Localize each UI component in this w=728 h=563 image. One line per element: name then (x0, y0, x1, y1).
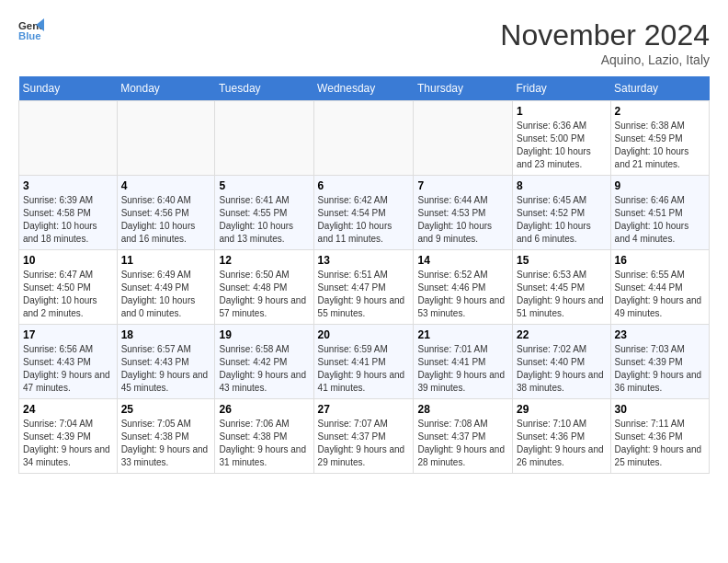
day-number: 11 (121, 254, 211, 267)
day-info: Sunrise: 6:58 AM Sunset: 4:42 PM Dayligh… (219, 343, 309, 395)
day-cell: 30Sunrise: 7:11 AM Sunset: 4:36 PM Dayli… (610, 399, 709, 474)
day-cell: 2Sunrise: 6:38 AM Sunset: 4:59 PM Daylig… (610, 101, 709, 176)
day-number: 24 (23, 403, 113, 416)
day-cell: 23Sunrise: 7:03 AM Sunset: 4:39 PM Dayli… (610, 325, 709, 399)
day-number: 23 (615, 328, 705, 341)
page: General Blue November 2024 Aquino, Lazio… (0, 0, 728, 483)
logo: General Blue (18, 18, 44, 44)
col-sunday: Sunday (19, 76, 118, 101)
day-number: 25 (121, 403, 211, 416)
day-cell: 22Sunrise: 7:02 AM Sunset: 4:40 PM Dayli… (513, 325, 611, 399)
col-wednesday: Wednesday (313, 76, 414, 101)
day-cell: 21Sunrise: 7:01 AM Sunset: 4:41 PM Dayli… (414, 325, 513, 399)
day-cell: 11Sunrise: 6:49 AM Sunset: 4:49 PM Dayli… (117, 250, 215, 325)
day-cell: 19Sunrise: 6:58 AM Sunset: 4:42 PM Dayli… (215, 325, 313, 399)
day-info: Sunrise: 6:53 AM Sunset: 4:45 PM Dayligh… (517, 269, 607, 320)
day-cell: 24Sunrise: 7:04 AM Sunset: 4:39 PM Dayli… (19, 399, 118, 474)
col-thursday: Thursday (414, 76, 513, 101)
day-info: Sunrise: 6:44 AM Sunset: 4:53 PM Dayligh… (417, 194, 508, 246)
day-cell: 3Sunrise: 6:39 AM Sunset: 4:58 PM Daylig… (19, 176, 118, 250)
day-info: Sunrise: 7:03 AM Sunset: 4:39 PM Dayligh… (615, 343, 705, 395)
day-info: Sunrise: 6:47 AM Sunset: 4:50 PM Dayligh… (23, 269, 113, 320)
week-row-1: 1Sunrise: 6:36 AM Sunset: 5:00 PM Daylig… (19, 101, 710, 176)
col-tuesday: Tuesday (215, 76, 313, 101)
day-number: 14 (417, 254, 508, 267)
day-number: 12 (219, 254, 309, 267)
day-info: Sunrise: 6:39 AM Sunset: 4:58 PM Dayligh… (23, 194, 113, 246)
day-info: Sunrise: 7:05 AM Sunset: 4:38 PM Dayligh… (121, 418, 211, 469)
day-cell (19, 101, 118, 176)
day-cell (117, 101, 215, 176)
day-cell: 12Sunrise: 6:50 AM Sunset: 4:48 PM Dayli… (215, 250, 313, 325)
day-info: Sunrise: 7:06 AM Sunset: 4:38 PM Dayligh… (219, 418, 309, 469)
header-row: Sunday Monday Tuesday Wednesday Thursday… (19, 76, 710, 101)
day-cell: 27Sunrise: 7:07 AM Sunset: 4:37 PM Dayli… (313, 399, 414, 474)
day-number: 15 (517, 254, 607, 267)
day-info: Sunrise: 6:46 AM Sunset: 4:51 PM Dayligh… (615, 194, 705, 246)
day-info: Sunrise: 6:42 AM Sunset: 4:54 PM Dayligh… (318, 194, 410, 246)
day-number: 20 (318, 328, 410, 341)
day-info: Sunrise: 6:59 AM Sunset: 4:41 PM Dayligh… (318, 343, 410, 395)
day-info: Sunrise: 7:04 AM Sunset: 4:39 PM Dayligh… (23, 418, 113, 469)
day-number: 8 (517, 179, 607, 192)
day-number: 5 (219, 179, 309, 192)
day-info: Sunrise: 7:02 AM Sunset: 4:40 PM Dayligh… (517, 343, 607, 395)
day-info: Sunrise: 6:55 AM Sunset: 4:44 PM Dayligh… (615, 269, 705, 320)
day-cell: 13Sunrise: 6:51 AM Sunset: 4:47 PM Dayli… (313, 250, 414, 325)
day-info: Sunrise: 6:49 AM Sunset: 4:49 PM Dayligh… (121, 269, 211, 320)
week-row-4: 17Sunrise: 6:56 AM Sunset: 4:43 PM Dayli… (19, 325, 710, 399)
day-cell: 5Sunrise: 6:41 AM Sunset: 4:55 PM Daylig… (215, 176, 313, 250)
svg-text:Blue: Blue (18, 30, 41, 41)
day-number: 22 (517, 328, 607, 341)
day-cell: 16Sunrise: 6:55 AM Sunset: 4:44 PM Dayli… (610, 250, 709, 325)
day-cell: 6Sunrise: 6:42 AM Sunset: 4:54 PM Daylig… (313, 176, 414, 250)
day-cell: 28Sunrise: 7:08 AM Sunset: 4:37 PM Dayli… (414, 399, 513, 474)
day-cell: 7Sunrise: 6:44 AM Sunset: 4:53 PM Daylig… (414, 176, 513, 250)
day-cell: 4Sunrise: 6:40 AM Sunset: 4:56 PM Daylig… (117, 176, 215, 250)
day-cell: 15Sunrise: 6:53 AM Sunset: 4:45 PM Dayli… (513, 250, 611, 325)
day-cell (414, 101, 513, 176)
day-info: Sunrise: 7:11 AM Sunset: 4:36 PM Dayligh… (615, 418, 705, 469)
day-info: Sunrise: 6:45 AM Sunset: 4:52 PM Dayligh… (517, 194, 607, 246)
day-info: Sunrise: 6:36 AM Sunset: 5:00 PM Dayligh… (517, 120, 607, 171)
day-number: 27 (318, 403, 410, 416)
day-number: 7 (417, 179, 508, 192)
day-number: 17 (23, 328, 113, 341)
day-cell: 8Sunrise: 6:45 AM Sunset: 4:52 PM Daylig… (513, 176, 611, 250)
day-number: 6 (318, 179, 410, 192)
day-number: 30 (615, 403, 705, 416)
day-info: Sunrise: 6:40 AM Sunset: 4:56 PM Dayligh… (121, 194, 211, 246)
day-number: 29 (517, 403, 607, 416)
day-cell (215, 101, 313, 176)
day-info: Sunrise: 6:56 AM Sunset: 4:43 PM Dayligh… (23, 343, 113, 395)
day-number: 4 (121, 179, 211, 192)
day-number: 9 (615, 179, 705, 192)
week-row-3: 10Sunrise: 6:47 AM Sunset: 4:50 PM Dayli… (19, 250, 710, 325)
week-row-2: 3Sunrise: 6:39 AM Sunset: 4:58 PM Daylig… (19, 176, 710, 250)
day-cell: 17Sunrise: 6:56 AM Sunset: 4:43 PM Dayli… (19, 325, 118, 399)
day-number: 2 (615, 105, 705, 118)
day-cell: 1Sunrise: 6:36 AM Sunset: 5:00 PM Daylig… (513, 101, 611, 176)
day-info: Sunrise: 6:52 AM Sunset: 4:46 PM Dayligh… (417, 269, 508, 320)
col-saturday: Saturday (610, 76, 709, 101)
day-info: Sunrise: 6:41 AM Sunset: 4:55 PM Dayligh… (219, 194, 309, 246)
day-cell: 14Sunrise: 6:52 AM Sunset: 4:46 PM Dayli… (414, 250, 513, 325)
day-cell: 18Sunrise: 6:57 AM Sunset: 4:43 PM Dayli… (117, 325, 215, 399)
week-row-5: 24Sunrise: 7:04 AM Sunset: 4:39 PM Dayli… (19, 399, 710, 474)
day-number: 18 (121, 328, 211, 341)
day-number: 10 (23, 254, 113, 267)
col-friday: Friday (513, 76, 611, 101)
title-area: November 2024 Aquino, Lazio, Italy (500, 18, 710, 67)
location: Aquino, Lazio, Italy (500, 52, 710, 67)
day-info: Sunrise: 6:38 AM Sunset: 4:59 PM Dayligh… (615, 120, 705, 171)
header: General Blue November 2024 Aquino, Lazio… (18, 18, 710, 67)
day-number: 19 (219, 328, 309, 341)
day-number: 1 (517, 105, 607, 118)
day-cell: 26Sunrise: 7:06 AM Sunset: 4:38 PM Dayli… (215, 399, 313, 474)
day-number: 26 (219, 403, 309, 416)
day-cell: 10Sunrise: 6:47 AM Sunset: 4:50 PM Dayli… (19, 250, 118, 325)
day-cell: 29Sunrise: 7:10 AM Sunset: 4:36 PM Dayli… (513, 399, 611, 474)
day-info: Sunrise: 6:51 AM Sunset: 4:47 PM Dayligh… (318, 269, 410, 320)
day-number: 13 (318, 254, 410, 267)
month-title: November 2024 (500, 18, 710, 52)
